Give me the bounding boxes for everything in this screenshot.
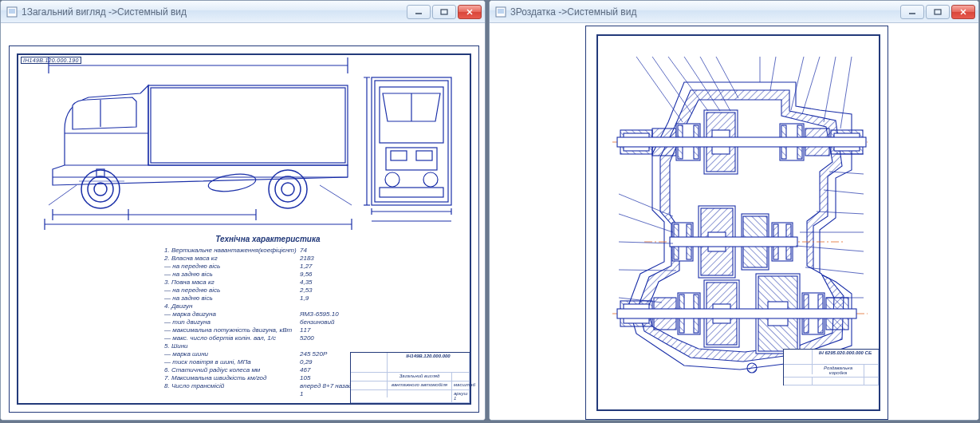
tech-spec-row: — марка двигунаЯМЗ-6595.10 — [164, 310, 372, 318]
tech-spec-row: 6. Статичний радіус колеса мм467 — [164, 366, 372, 374]
transfer-case-drawing — [596, 34, 880, 385]
tech-spec-row: 4. Двигун — [164, 302, 372, 310]
svg-rect-51 — [498, 9, 504, 14]
titleblock-name2: вантажного автомобіля — [388, 381, 452, 389]
tech-spec-row: — максимальна потужність двигуна, кВт117 — [164, 326, 372, 334]
truck-drawing — [17, 53, 471, 233]
tech-spec-row: — тиск повітря в шині, МПа0,29 — [164, 358, 372, 366]
svg-rect-88 — [670, 237, 797, 247]
svg-point-106 — [747, 363, 757, 373]
svg-point-26 — [94, 183, 107, 196]
svg-point-23 — [207, 172, 257, 194]
app-icon — [6, 6, 18, 18]
svg-rect-3 — [441, 10, 447, 14]
tech-spec-row: 5. Шини — [164, 342, 372, 350]
svg-rect-1 — [9, 9, 15, 14]
svg-point-24 — [81, 170, 120, 208]
maximize-button[interactable] — [926, 5, 950, 19]
svg-point-29 — [281, 183, 294, 196]
titlebar-right[interactable]: 3Роздатка ->Системный вид — [490, 1, 978, 23]
tech-spec-row: — макс. число обертів колін. вал, 1/с520… — [164, 334, 372, 342]
window-general-view: 1Загальний вигляд ->Системный вид ІН149В… — [0, 0, 486, 421]
titleblock-code: ІН149В.120.000.000 — [388, 353, 470, 372]
tech-spec-row: 7. Максимальна швидкість км/год105 — [164, 374, 372, 382]
svg-rect-53 — [935, 10, 941, 14]
title-block-right: ІН 6295.020.000.000 СБ Роздавальна короб… — [783, 349, 879, 385]
svg-rect-76 — [617, 137, 866, 147]
window-transfer-case: 3Роздатка ->Системный вид — [489, 0, 979, 421]
titleblock-code-r: ІН 6295.020.000.000 СБ — [813, 350, 879, 364]
svg-point-41 — [423, 172, 438, 187]
svg-rect-39 — [416, 151, 432, 160]
svg-rect-38 — [391, 151, 407, 160]
svg-point-40 — [385, 172, 399, 187]
tech-spec-row: — тип двигунабензиновий — [164, 318, 372, 326]
svg-rect-105 — [617, 309, 856, 318]
drawing-area-right[interactable]: ІН 6295.020.000.000 СБ Роздавальна короб… — [490, 23, 978, 420]
tech-spec-row: — на задню вісь9,56 — [164, 271, 372, 279]
tech-spec-row: — на передню вісь2,53 — [164, 287, 372, 295]
window-controls-left — [407, 5, 482, 19]
titleblock-name-r: Роздавальна коробка — [813, 365, 864, 377]
tech-spec-row: 8. Число трансмісійвперед 8+7 назад 1 — [164, 382, 372, 398]
minimize-button[interactable] — [407, 5, 431, 19]
titlebar-left[interactable]: 1Загальний вигляд ->Системный вид — [1, 1, 485, 23]
svg-rect-42 — [380, 188, 443, 197]
svg-point-25 — [88, 176, 113, 202]
window-title-left: 1Загальний вигляд ->Системный вид — [22, 6, 407, 18]
window-title-right: 3Роздатка ->Системный вид — [510, 6, 900, 18]
svg-line-32 — [320, 185, 352, 205]
svg-point-28 — [275, 176, 301, 202]
maximize-button[interactable] — [432, 5, 456, 19]
tech-spec-row: 1. Вертикальне навантаження(коефіцієнт)7… — [164, 247, 372, 255]
svg-point-27 — [269, 170, 307, 208]
svg-line-116 — [802, 57, 820, 114]
window-controls-right — [900, 5, 975, 19]
svg-line-31 — [49, 185, 77, 205]
svg-rect-17 — [148, 85, 348, 165]
drawing-area-left[interactable]: ІН149В.120.000.190 — [1, 23, 485, 420]
technical-spec-block: Технічна характеристика 1. Вертикальне н… — [164, 235, 372, 398]
tech-spec-header: Технічна характеристика — [164, 235, 372, 245]
close-button[interactable] — [951, 5, 975, 19]
tech-spec-row: 2. Власна маса кг2183 — [164, 255, 372, 263]
tech-spec-row: — марка шини245 520Р — [164, 350, 372, 358]
tech-spec-row: — на передню вісь1,27 — [164, 263, 372, 271]
title-block-left: ІН149В.120.000.000 Загальний вигляд вант… — [350, 352, 470, 403]
tech-spec-row: — на задню вісь1,9 — [164, 295, 372, 302]
close-button[interactable] — [458, 5, 482, 19]
minimize-button[interactable] — [900, 5, 924, 19]
app-icon — [494, 6, 507, 18]
titleblock-name1: Загальний вигляд — [388, 373, 452, 381]
svg-rect-18 — [151, 88, 345, 163]
tech-spec-row: 3. Повна маса кг4,35 — [164, 279, 372, 287]
